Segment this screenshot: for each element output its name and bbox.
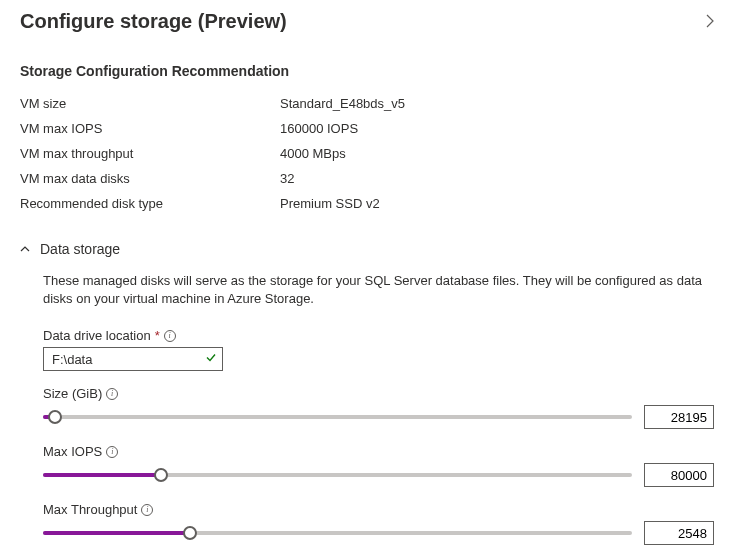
table-row: VM max IOPS 160000 IOPS [20,116,714,141]
section-description: These managed disks will serve as the st… [43,272,714,308]
throughput-field: Max Throughput i [43,502,714,545]
throughput-value-input[interactable] [644,521,714,545]
table-row: Recommended disk type Premium SSD v2 [20,191,714,216]
slider-row [43,521,714,545]
info-icon[interactable]: i [106,446,118,458]
label-text: Size (GiB) [43,386,102,401]
data-storage-body: These managed disks will serve as the st… [20,272,714,547]
required-asterisk: * [155,328,160,343]
size-value-input[interactable] [644,405,714,429]
row-label: VM max data disks [20,171,280,186]
slider-thumb[interactable] [48,410,62,424]
row-value: Premium SSD v2 [280,196,380,211]
slider-thumb[interactable] [183,526,197,540]
slider-fill [43,473,161,477]
row-value: Standard_E48bds_v5 [280,96,405,111]
row-label: Recommended disk type [20,196,280,211]
accordion-title: Data storage [40,241,120,257]
field-label: Data drive location * i [43,328,714,343]
throughput-slider[interactable] [43,523,632,543]
iops-field: Max IOPS i [43,444,714,487]
row-value: 4000 MBps [280,146,346,161]
label-text: Max Throughput [43,502,137,517]
drive-location-input-wrap [43,347,223,371]
slider-thumb[interactable] [154,468,168,482]
table-row: VM max data disks 32 [20,166,714,191]
row-label: VM max throughput [20,146,280,161]
table-row: VM size Standard_E48bds_v5 [20,91,714,116]
slider-track [43,415,632,419]
row-value: 160000 IOPS [280,121,358,136]
info-icon[interactable]: i [141,504,153,516]
row-value: 32 [280,171,294,186]
size-slider[interactable] [43,407,632,427]
info-icon[interactable]: i [164,330,176,342]
slider-track [43,473,632,477]
field-label: Max Throughput i [43,502,714,517]
field-label: Max IOPS i [43,444,714,459]
drive-location-field: Data drive location * i [43,328,714,371]
row-label: VM max IOPS [20,121,280,136]
row-label: VM size [20,96,280,111]
slider-row [43,463,714,487]
check-icon [205,352,217,367]
info-icon[interactable]: i [106,388,118,400]
label-text: Data drive location [43,328,151,343]
close-icon[interactable] [706,10,714,32]
chevron-up-icon [20,242,30,257]
recommendation-heading: Storage Configuration Recommendation [20,63,714,79]
slider-fill [43,531,190,535]
label-text: Max IOPS [43,444,102,459]
size-field: Size (GiB) i [43,386,714,429]
page-title: Configure storage (Preview) [20,10,287,33]
recommendation-table: VM size Standard_E48bds_v5 VM max IOPS 1… [20,91,714,216]
slider-track [43,531,632,535]
table-row: VM max throughput 4000 MBps [20,141,714,166]
slider-row [43,405,714,429]
drive-location-input[interactable] [43,347,223,371]
data-storage-accordion-header[interactable]: Data storage [20,241,714,257]
iops-value-input[interactable] [644,463,714,487]
iops-slider[interactable] [43,465,632,485]
field-label: Size (GiB) i [43,386,714,401]
panel-header: Configure storage (Preview) [20,10,714,33]
